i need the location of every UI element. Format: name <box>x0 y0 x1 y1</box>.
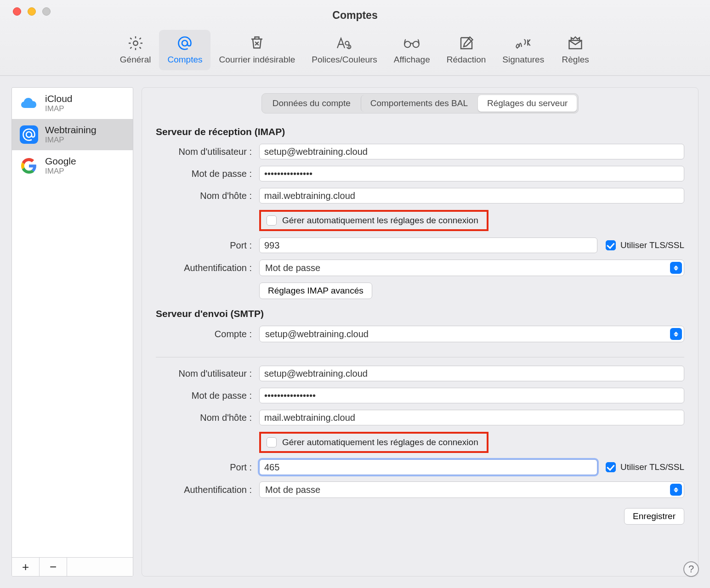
account-protocol: IMAP <box>45 136 97 145</box>
incoming-auto-highlight: Gérer automatiquement les réglages de co… <box>259 210 488 231</box>
sidebar-footer-spacer <box>67 558 133 576</box>
icloud-icon <box>19 94 39 113</box>
google-icon <box>19 156 39 175</box>
window-title: Comptes <box>0 9 710 22</box>
incoming-password-input[interactable] <box>259 166 684 181</box>
outgoing-username-label: Nom d'utilisateur : <box>156 368 259 379</box>
toolbar-viewing[interactable]: Affichage <box>386 30 438 70</box>
help-button[interactable]: ? <box>683 561 699 577</box>
outgoing-section-title: Serveur d'envoi (SMTP) <box>156 308 684 319</box>
incoming-host-label: Nom d'hôte : <box>156 191 259 201</box>
toolbar-label: Comptes <box>167 55 202 65</box>
incoming-tls-label: Utiliser TLS/SSL <box>620 240 684 250</box>
outgoing-port-input[interactable] <box>259 459 597 475</box>
incoming-auto-label: Gérer automatiquement les réglages de co… <box>282 215 478 226</box>
toolbar-label: Polices/Couleurs <box>312 55 377 65</box>
incoming-auto-checkbox[interactable] <box>267 215 277 226</box>
svg-point-1 <box>182 40 187 46</box>
trash-icon <box>249 34 265 52</box>
toolbar-label: Courrier indésirable <box>219 55 295 65</box>
outgoing-account-label: Compte : <box>156 329 259 339</box>
toolbar-label: Général <box>120 55 151 65</box>
account-protocol: IMAP <box>45 167 76 176</box>
svg-point-0 <box>133 41 138 45</box>
glasses-icon <box>402 34 421 52</box>
svg-rect-5 <box>20 125 38 144</box>
tab-account-info[interactable]: Données du compte <box>263 95 360 112</box>
outgoing-password-label: Mot de passe : <box>156 390 259 401</box>
incoming-password-label: Mot de passe : <box>156 169 259 179</box>
accounts-list: iCloud IMAP Webtraining IMAP <box>12 88 133 557</box>
outgoing-port-label: Port : <box>156 462 259 473</box>
incoming-port-input[interactable] <box>259 237 597 253</box>
add-account-button[interactable]: + <box>12 558 40 576</box>
outgoing-tls-label: Utiliser TLS/SSL <box>620 462 684 472</box>
account-name: iCloud <box>45 93 73 104</box>
account-protocol: IMAP <box>45 104 73 113</box>
incoming-username-input[interactable] <box>259 144 684 159</box>
outgoing-host-input[interactable] <box>259 410 684 425</box>
sidebar-footer: + − <box>12 557 133 576</box>
incoming-auth-label: Authentification : <box>156 263 259 273</box>
toolbar-composing[interactable]: Rédaction <box>438 30 494 70</box>
outgoing-tls-checkbox[interactable] <box>606 462 616 472</box>
accounts-sidebar: iCloud IMAP Webtraining IMAP <box>11 87 133 577</box>
outgoing-auto-label: Gérer automatiquement les réglages de co… <box>282 437 478 447</box>
toolbar-general[interactable]: Général <box>112 30 159 70</box>
incoming-tls-checkbox[interactable] <box>606 240 616 250</box>
gear-icon <box>127 34 144 52</box>
signature-icon <box>514 34 533 52</box>
at-icon <box>176 34 193 52</box>
compose-icon <box>458 34 475 52</box>
tab-server-settings[interactable]: Réglages du serveur <box>478 95 577 112</box>
toolbar-fonts[interactable]: Polices/Couleurs <box>303 30 386 70</box>
account-item-google[interactable]: Google IMAP <box>12 150 133 181</box>
incoming-port-label: Port : <box>156 240 259 251</box>
preferences-window: Comptes Général Comptes Courrier indésir… <box>0 0 710 588</box>
incoming-auth-value: Mot de passe <box>265 263 320 273</box>
toolbar-signatures[interactable]: Signatures <box>494 30 552 70</box>
toolbar-rules[interactable]: Règles <box>552 30 598 70</box>
incoming-username-label: Nom d'utilisateur : <box>156 147 259 157</box>
chevron-updown-icon <box>670 484 682 496</box>
outgoing-auth-select[interactable]: Mot de passe <box>259 481 684 498</box>
chevron-updown-icon <box>670 328 682 340</box>
advanced-imap-button[interactable]: Réglages IMAP avancés <box>259 283 372 299</box>
rules-icon <box>567 34 584 52</box>
body: iCloud IMAP Webtraining IMAP <box>0 76 710 588</box>
outgoing-auto-checkbox[interactable] <box>267 437 277 447</box>
outgoing-username-input[interactable] <box>259 366 684 381</box>
divider <box>156 357 684 357</box>
font-icon <box>335 34 354 52</box>
chevron-updown-icon <box>670 262 682 274</box>
account-item-icloud[interactable]: iCloud IMAP <box>12 88 133 119</box>
toolbar-label: Affichage <box>394 55 430 65</box>
at-badge-icon <box>19 125 39 144</box>
incoming-host-input[interactable] <box>259 188 684 204</box>
toolbar-label: Rédaction <box>447 55 486 65</box>
tab-mailbox-behaviors[interactable]: Comportements des BAL <box>361 95 477 112</box>
outgoing-account-value: setup@webtraining.cloud <box>265 329 369 339</box>
outgoing-auth-label: Authentification : <box>156 485 259 495</box>
outgoing-password-input[interactable] <box>259 388 684 403</box>
account-item-webtraining[interactable]: Webtraining IMAP <box>12 119 133 150</box>
segmented-control: Données du compte Comportements des BAL … <box>156 93 684 113</box>
save-button[interactable]: Enregistrer <box>624 508 684 525</box>
remove-account-button[interactable]: − <box>40 558 67 576</box>
content: Données du compte Comportements des BAL … <box>142 87 699 577</box>
incoming-section-title: Serveur de réception (IMAP) <box>156 126 684 137</box>
toolbar-label: Signatures <box>502 55 544 65</box>
toolbar: Général Comptes Courrier indésirable Pol… <box>0 30 710 70</box>
outgoing-auto-highlight: Gérer automatiquement les réglages de co… <box>259 432 488 453</box>
account-name: Google <box>45 156 76 167</box>
titlebar: Comptes Général Comptes Courrier indésir… <box>0 0 710 76</box>
outgoing-auth-value: Mot de passe <box>265 485 320 495</box>
toolbar-junk[interactable]: Courrier indésirable <box>210 30 303 70</box>
incoming-auth-select[interactable]: Mot de passe <box>259 260 684 276</box>
toolbar-accounts[interactable]: Comptes <box>159 30 210 70</box>
outgoing-account-select[interactable]: setup@webtraining.cloud <box>259 326 684 342</box>
svg-point-3 <box>413 41 419 47</box>
svg-point-2 <box>405 41 411 47</box>
toolbar-label: Règles <box>562 55 589 65</box>
outgoing-host-label: Nom d'hôte : <box>156 413 259 423</box>
